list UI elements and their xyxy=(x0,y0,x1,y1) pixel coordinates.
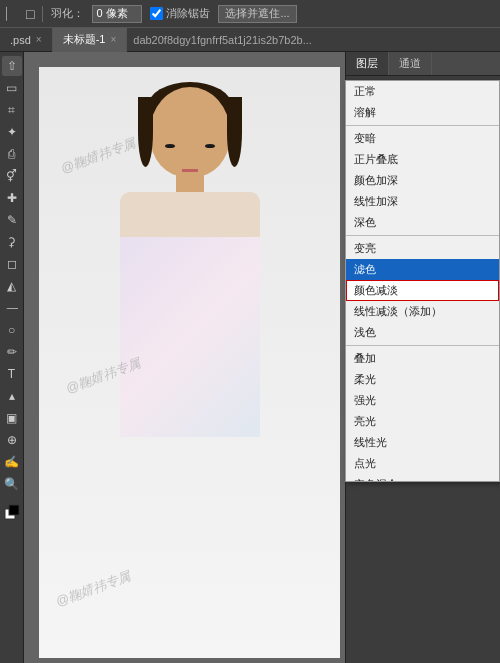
panel-tabs: 图层 通道 xyxy=(346,52,500,76)
top-toolbar: ⎸ □ 羽化： 消除锯齿 选择并遮住... xyxy=(0,0,500,28)
tab-path: dab20f8dgy1fgnfrf5at1j21is2b7b2b... xyxy=(127,34,318,46)
hair-right xyxy=(227,97,242,167)
text-tool[interactable]: T xyxy=(2,364,22,384)
person-silhouette xyxy=(110,67,270,658)
blend-pin-light[interactable]: 点光 xyxy=(346,453,499,474)
eraser-tool[interactable]: ◻ xyxy=(2,254,22,274)
3d-tool[interactable]: ⊕ xyxy=(2,430,22,450)
tab-untitled[interactable]: 未标题-1 × xyxy=(53,28,128,52)
separator-1 xyxy=(42,6,43,22)
heal-tool[interactable]: ✚ xyxy=(2,188,22,208)
select-tool[interactable]: ▭ xyxy=(2,78,22,98)
tab-close-psd[interactable]: × xyxy=(36,34,42,45)
path-tool[interactable]: ▴ xyxy=(2,386,22,406)
blend-screen[interactable]: 滤色 xyxy=(346,259,499,280)
canvas-content: @鞠婧祎专属 @鞠婧祎专属 @鞠婧祎专属 xyxy=(39,67,340,658)
clone-tool[interactable]: ⚳ xyxy=(2,232,22,252)
dodge-tool[interactable]: ○ xyxy=(2,320,22,340)
blend-lighter-color[interactable]: 浅色 xyxy=(346,322,499,343)
blend-darker-color[interactable]: 深色 xyxy=(346,212,499,233)
blend-linear-burn[interactable]: 线性加深 xyxy=(346,191,499,212)
gradient-tool[interactable]: ◭ xyxy=(2,276,22,296)
tab-channels[interactable]: 通道 xyxy=(389,52,432,75)
hair-left xyxy=(138,97,153,167)
shape-icon[interactable]: □ xyxy=(26,6,34,22)
blend-color-dodge[interactable]: 颜色减淡 xyxy=(346,280,499,301)
sep3 xyxy=(346,345,499,346)
blend-scroll: 正常 溶解 变暗 正片叠底 颜色加深 线性加深 深色 变亮 滤色 颜色减淡 线性… xyxy=(346,81,499,481)
blend-multiply[interactable]: 正片叠底 xyxy=(346,149,499,170)
lasso-tool[interactable]: ⌗ xyxy=(2,100,22,120)
head xyxy=(150,87,230,177)
tab-close-untitled[interactable]: × xyxy=(110,34,116,45)
main-area: ⇧ ▭ ⌗ ✦ ⎙ ⚥ ✚ ✎ ⚳ ◻ ◭ ⸻ ○ ✏ T ▴ ▣ ⊕ ✍ 🔍 xyxy=(0,52,500,663)
pen-tool[interactable]: ✏ xyxy=(2,342,22,362)
blend-hard-light[interactable]: 强光 xyxy=(346,390,499,411)
eye-left xyxy=(165,144,175,148)
hand-tool[interactable]: ✍ xyxy=(2,452,22,472)
blend-mode-dropdown[interactable]: 正常 溶解 变暗 正片叠底 颜色加深 线性加深 深色 变亮 滤色 颜色减淡 线性… xyxy=(345,80,500,482)
zoom-tool[interactable]: 🔍 xyxy=(2,474,22,494)
canvas-area[interactable]: @鞠婧祎专属 @鞠婧祎专属 @鞠婧祎专属 xyxy=(24,52,345,663)
tab-psd[interactable]: .psd × xyxy=(0,28,53,52)
tab-layers[interactable]: 图层 xyxy=(346,52,389,75)
blend-lighten[interactable]: 变亮 xyxy=(346,238,499,259)
eyedropper-tool[interactable]: ⚥ xyxy=(2,166,22,186)
left-toolbox: ⇧ ▭ ⌗ ✦ ⎙ ⚥ ✚ ✎ ⚳ ◻ ◭ ⸻ ○ ✏ T ▴ ▣ ⊕ ✍ 🔍 xyxy=(0,52,24,663)
brush-tool[interactable]: ✎ xyxy=(2,210,22,230)
select-mask-button[interactable]: 选择并遮住... xyxy=(218,5,296,23)
sep2 xyxy=(346,235,499,236)
sep1 xyxy=(346,125,499,126)
blend-overlay[interactable]: 叠加 xyxy=(346,348,499,369)
dress xyxy=(120,237,260,437)
blend-linear-dodge[interactable]: 线性减淡（添加） xyxy=(346,301,499,322)
blend-color-burn[interactable]: 颜色加深 xyxy=(346,170,499,191)
blend-normal[interactable]: 正常 xyxy=(346,81,499,102)
eye-right xyxy=(205,144,215,148)
canvas-image: @鞠婧祎专属 @鞠婧祎专属 @鞠婧祎专属 xyxy=(39,67,340,658)
fg-bg-color[interactable] xyxy=(2,502,22,522)
move-tool[interactable]: ⇧ xyxy=(2,56,22,76)
svg-rect-1 xyxy=(9,505,19,515)
blend-darken[interactable]: 变暗 xyxy=(346,128,499,149)
feather-label: 羽化： xyxy=(51,6,84,21)
shape-tool[interactable]: ▣ xyxy=(2,408,22,428)
tab-bar: .psd × 未标题-1 × dab20f8dgy1fgnfrf5at1j21i… xyxy=(0,28,500,52)
right-panels: 图层 通道 🔍 类型 ◴ fx ○ T ▦ 正常 溶解 xyxy=(345,52,500,663)
magic-wand-tool[interactable]: ✦ xyxy=(2,122,22,142)
lasso-icon[interactable]: ⎸ xyxy=(6,5,18,22)
blend-vivid-light[interactable]: 亮光 xyxy=(346,411,499,432)
blend-soft-light[interactable]: 柔光 xyxy=(346,369,499,390)
blend-linear-light[interactable]: 线性光 xyxy=(346,432,499,453)
crop-tool[interactable]: ⎙ xyxy=(2,144,22,164)
feather-input[interactable] xyxy=(92,5,142,23)
blend-hard-mix[interactable]: 实色混合 xyxy=(346,474,499,481)
anti-alias-check[interactable]: 消除锯齿 xyxy=(150,6,210,21)
blend-dissolve[interactable]: 溶解 xyxy=(346,102,499,123)
blur-tool[interactable]: ⸻ xyxy=(2,298,22,318)
